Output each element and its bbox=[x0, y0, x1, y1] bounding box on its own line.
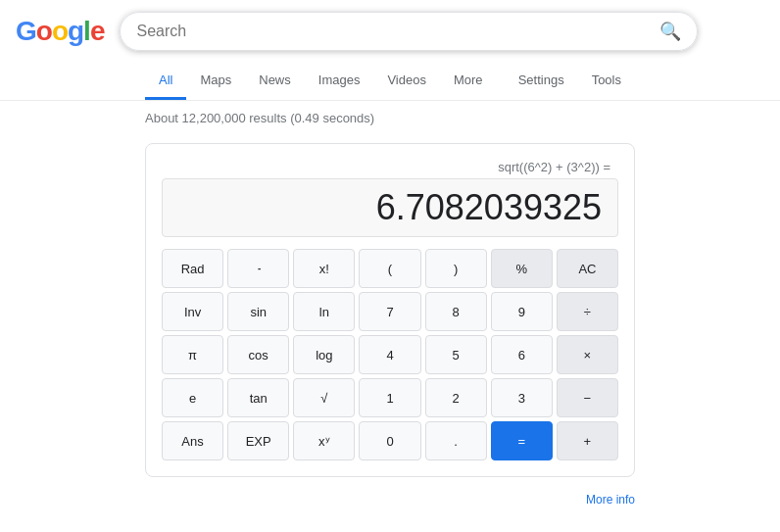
calc-btn-x-[interactable]: x! bbox=[293, 249, 355, 288]
calc-btn-x-[interactable]: xʸ bbox=[293, 421, 355, 460]
nav-bar: All Maps News Images Videos More Setting… bbox=[0, 59, 780, 101]
calc-btn-log[interactable]: log bbox=[293, 335, 355, 374]
calc-btn--[interactable]: ÷ bbox=[557, 292, 618, 331]
more-info-link[interactable]: More info bbox=[586, 493, 635, 507]
search-bar: sqrt(6^2+3^2) 🔍 bbox=[120, 12, 698, 51]
calc-result: 6.7082039325 bbox=[162, 178, 618, 237]
nav-item-videos[interactable]: Videos bbox=[373, 63, 440, 100]
nav-item-maps[interactable]: Maps bbox=[186, 63, 245, 100]
calculator: sqrt((6^2) + (3^2)) = 6.7082039325 Rad··… bbox=[145, 143, 635, 477]
calc-btn--[interactable]: + bbox=[557, 421, 618, 460]
calc-btn-Inv[interactable]: Inv bbox=[162, 292, 223, 331]
results-info: About 12,200,000 results (0.49 seconds) bbox=[0, 101, 780, 135]
calc-btn--[interactable]: . bbox=[425, 421, 487, 460]
calc-btn-cos[interactable]: cos bbox=[227, 335, 289, 374]
nav-item-more[interactable]: More bbox=[440, 63, 497, 100]
calc-btn-1[interactable]: 1 bbox=[359, 378, 420, 417]
calc-btn-7[interactable]: 7 bbox=[359, 292, 420, 331]
calc-btn-e[interactable]: e bbox=[162, 378, 223, 417]
calc-btn--[interactable]: ( bbox=[359, 249, 420, 288]
calc-btn--[interactable]: × bbox=[557, 335, 618, 374]
calc-btn--[interactable]: % bbox=[491, 249, 553, 288]
nav-item-news[interactable]: News bbox=[245, 63, 305, 100]
calc-btn--[interactable]: = bbox=[491, 421, 553, 460]
calc-btn-sin[interactable]: sin bbox=[227, 292, 289, 331]
calc-btn-6[interactable]: 6 bbox=[491, 335, 553, 374]
calc-btn-ln[interactable]: ln bbox=[293, 292, 355, 331]
calc-btn--[interactable]: − bbox=[557, 378, 618, 417]
calc-btn-0[interactable]: 0 bbox=[359, 421, 420, 460]
nav-item-settings[interactable]: Settings bbox=[505, 63, 578, 100]
nav-item-tools[interactable]: Tools bbox=[578, 63, 635, 100]
calc-btn-8[interactable]: 8 bbox=[425, 292, 487, 331]
calc-btn-tan[interactable]: tan bbox=[227, 378, 289, 417]
calc-btn-3[interactable]: 3 bbox=[491, 378, 553, 417]
search-input[interactable]: sqrt(6^2+3^2) bbox=[136, 23, 659, 40]
calc-btn-EXP[interactable]: EXP bbox=[227, 421, 289, 460]
calc-btn-5[interactable]: 5 bbox=[425, 335, 487, 374]
calc-btn--[interactable]: ) bbox=[425, 249, 487, 288]
calc-btn-Rad[interactable]: Rad bbox=[162, 249, 223, 288]
more-info-section: More info bbox=[0, 485, 780, 514]
nav-right: Settings Tools bbox=[505, 63, 635, 100]
nav-item-images[interactable]: Images bbox=[305, 63, 374, 100]
calc-btn-4[interactable]: 4 bbox=[359, 335, 420, 374]
search-icon[interactable]: 🔍 bbox=[659, 21, 681, 42]
calc-buttons: Rad···x!()%ACInvsinln789÷πcoslog456×etan… bbox=[162, 249, 618, 460]
calc-btn-AC[interactable]: AC bbox=[557, 249, 618, 288]
calc-expression: sqrt((6^2) + (3^2)) = bbox=[162, 160, 618, 174]
calc-btn-Ans[interactable]: Ans bbox=[162, 421, 223, 460]
google-logo: Google bbox=[16, 16, 104, 47]
nav-item-all[interactable]: All bbox=[145, 63, 186, 100]
calc-btn--[interactable]: π bbox=[162, 335, 223, 374]
calc-btn--[interactable]: √ bbox=[293, 378, 355, 417]
header: Google sqrt(6^2+3^2) 🔍 bbox=[0, 0, 780, 51]
calc-btn-2[interactable]: 2 bbox=[425, 378, 487, 417]
calc-btn-9[interactable]: 9 bbox=[491, 292, 553, 331]
calc-btn----[interactable]: ··· bbox=[227, 249, 289, 288]
